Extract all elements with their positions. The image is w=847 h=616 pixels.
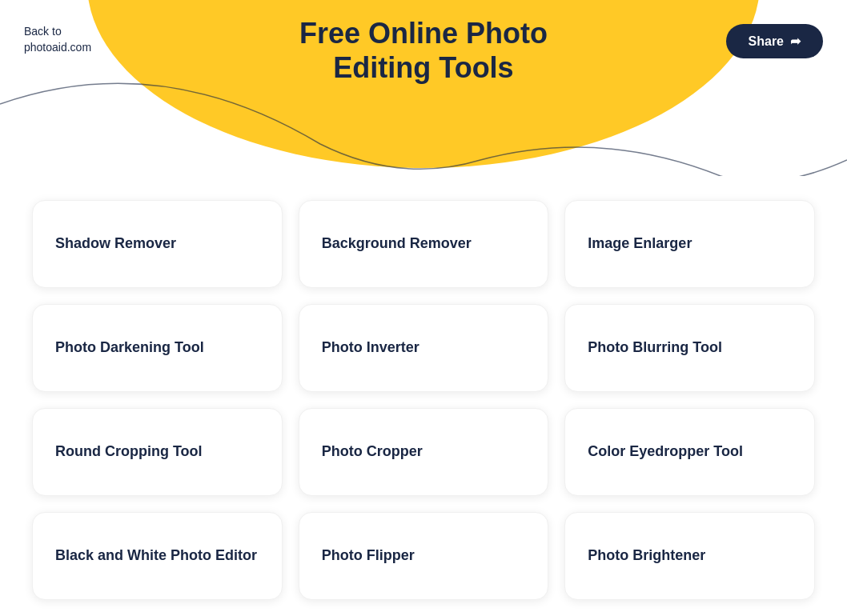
share-icon: ➦ bbox=[790, 34, 801, 49]
back-link-text: Back to photoaid.com bbox=[24, 25, 91, 54]
tool-card-label-color-eyedropper-tool: Color Eyedropper Tool bbox=[588, 442, 743, 461]
tool-card-label-background-remover: Background Remover bbox=[322, 234, 472, 253]
tool-card-shadow-remover[interactable]: Shadow Remover bbox=[32, 200, 283, 288]
tool-card-label-photo-brightener: Photo Brightener bbox=[588, 546, 705, 565]
tool-card-photo-inverter[interactable]: Photo Inverter bbox=[299, 304, 549, 392]
tool-card-label-image-enlarger: Image Enlarger bbox=[588, 234, 692, 253]
tool-card-photo-flipper[interactable]: Photo Flipper bbox=[299, 512, 549, 600]
tool-card-label-photo-flipper: Photo Flipper bbox=[322, 546, 415, 565]
tools-grid: Shadow RemoverBackground RemoverImage En… bbox=[0, 184, 847, 616]
tool-card-label-photo-darkening-tool: Photo Darkening Tool bbox=[55, 338, 204, 357]
tool-card-photo-brightener[interactable]: Photo Brightener bbox=[564, 512, 815, 600]
tool-card-background-remover[interactable]: Background Remover bbox=[299, 200, 549, 288]
tool-card-label-photo-blurring-tool: Photo Blurring Tool bbox=[588, 338, 722, 357]
tool-card-label-photo-cropper: Photo Cropper bbox=[322, 442, 423, 461]
tool-card-black-and-white-photo-editor[interactable]: Black and White Photo Editor bbox=[32, 512, 283, 600]
tool-card-photo-cropper[interactable]: Photo Cropper bbox=[299, 408, 549, 496]
share-label: Share bbox=[749, 34, 784, 49]
tool-card-photo-blurring-tool[interactable]: Photo Blurring Tool bbox=[564, 304, 815, 392]
tool-card-label-shadow-remover: Shadow Remover bbox=[55, 234, 176, 253]
back-link[interactable]: Back to photoaid.com bbox=[24, 24, 91, 55]
tool-card-label-photo-inverter: Photo Inverter bbox=[322, 338, 419, 357]
header: Back to photoaid.com Free Online Photo E… bbox=[0, 0, 847, 176]
tool-card-image-enlarger[interactable]: Image Enlarger bbox=[564, 200, 815, 288]
page-title: Free Online Photo Editing Tools bbox=[255, 16, 592, 85]
tool-card-photo-darkening-tool[interactable]: Photo Darkening Tool bbox=[32, 304, 283, 392]
tool-card-label-black-and-white-photo-editor: Black and White Photo Editor bbox=[55, 546, 257, 565]
share-button[interactable]: Share ➦ bbox=[726, 24, 823, 58]
tool-card-label-round-cropping-tool: Round Cropping Tool bbox=[55, 442, 203, 461]
tool-card-round-cropping-tool[interactable]: Round Cropping Tool bbox=[32, 408, 283, 496]
tool-card-color-eyedropper-tool[interactable]: Color Eyedropper Tool bbox=[564, 408, 815, 496]
